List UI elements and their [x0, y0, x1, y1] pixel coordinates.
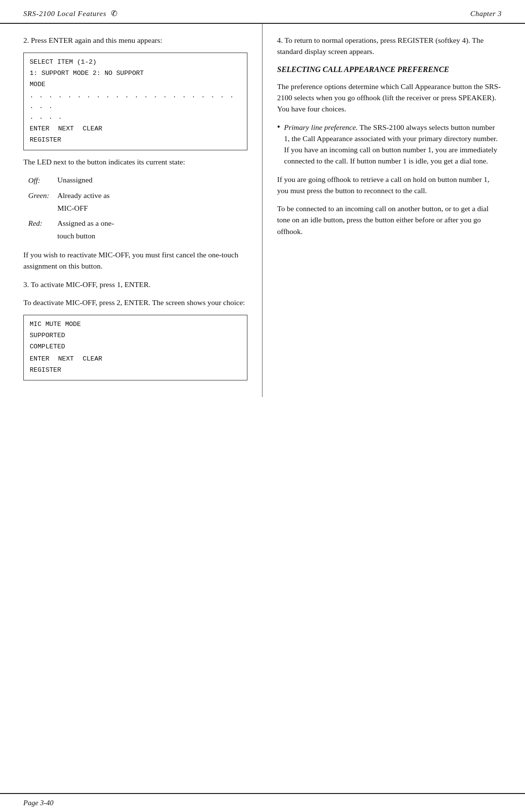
led-row-green: Green: Already active as MIC-OFF	[28, 189, 247, 215]
screen1-next: NEXT	[58, 124, 74, 135]
header-title: SRS-2100 Local Features ✆	[23, 9, 118, 18]
screen2-enter: ENTER	[30, 354, 50, 365]
screen2-line3: COMPLETED	[30, 342, 241, 353]
led-green-line2: MIC-OFF	[57, 202, 110, 215]
right-para3: To be connected to an incoming call on a…	[277, 203, 502, 237]
led-value-red: Assigned as a one- touch button	[57, 217, 114, 243]
intro-text: The preference options determine which C…	[277, 81, 502, 115]
right-para2: If you are going offhook to retrieve a c…	[277, 174, 502, 197]
bullet-text-1: Primary line preference. The SRS-2100 al…	[284, 122, 502, 167]
page-footer: Page 3-40	[0, 793, 525, 812]
screen1-enter: ENTER	[30, 124, 50, 135]
screen2-next: NEXT	[58, 354, 74, 365]
screen1-dots1: . . . . . . . . . . . . . . . . . . . . …	[30, 90, 241, 112]
bullet-item-primary: • Primary line preference. The SRS-2100 …	[277, 122, 502, 167]
led-table: Off: Unassigned Green: Already active as…	[28, 174, 247, 242]
screen1-line3: MODE	[30, 79, 241, 90]
step2-text: 2. Press ENTER again and this menu appea…	[23, 35, 247, 46]
phone-icon: ✆	[108, 9, 118, 18]
led-red-line2: touch button	[57, 230, 114, 242]
header-chapter: Chapter 3	[471, 10, 502, 18]
reactivate-text: If you wish to reactivate MIC-OFF, you m…	[23, 249, 247, 272]
main-content: 2. Press ENTER again and this menu appea…	[0, 24, 525, 426]
screen-box-2: MIC MUTE MODE SUPPORTED COMPLETED ENTER …	[23, 315, 247, 380]
led-value-green: Already active as MIC-OFF	[57, 189, 110, 215]
screen-box-1: SELECT ITEM (1-2) 1: SUPPORT MODE 2: NO …	[23, 53, 247, 150]
step3-text: 3. To activate MIC-OFF, press 1, ENTER.	[23, 279, 247, 290]
section-heading: SELECTING CALL APPEARANCE PREFERENCE	[277, 64, 502, 75]
deactivate-text: To deactivate MIC-OFF, press 2, ENTER. T…	[23, 297, 247, 308]
led-green-line1: Already active as	[57, 189, 110, 202]
screen2-register: REGISTER	[30, 365, 241, 376]
screen2-softkeys: ENTER NEXT CLEAR	[30, 354, 241, 365]
screen2-line1: MIC MUTE MODE	[30, 319, 241, 330]
screen2-line2: SUPPORTED	[30, 330, 241, 342]
led-intro: The LED next to the button indicates its…	[23, 156, 247, 167]
led-row-off: Off: Unassigned	[28, 174, 247, 187]
led-value-off: Unassigned	[57, 174, 92, 187]
screen1-line1: SELECT ITEM (1-2)	[30, 57, 241, 68]
screen1-register: REGISTER	[30, 135, 241, 146]
led-label-red: Red:	[28, 217, 57, 243]
page-number: Page 3-40	[23, 799, 53, 807]
screen2-clear: CLEAR	[83, 354, 103, 365]
bullet-list: • Primary line preference. The SRS-2100 …	[277, 122, 502, 167]
bullet-label-1: Primary line preference.	[284, 123, 358, 131]
screen1-line2: 1: SUPPORT MODE 2: NO SUPPORT	[30, 68, 241, 79]
led-red-line1: Assigned as a one-	[57, 217, 114, 230]
led-row-red: Red: Assigned as a one- touch button	[28, 217, 247, 243]
bullet-dot-1: •	[277, 122, 280, 167]
right-column: 4. To return to normal operations, press…	[262, 24, 525, 397]
step4-text: 4. To return to normal operations, press…	[277, 35, 502, 57]
left-column: 2. Press ENTER again and this menu appea…	[0, 24, 262, 397]
screen1-softkeys: ENTER NEXT CLEAR	[30, 124, 241, 135]
screen1-dots2: . . . .	[30, 112, 241, 123]
page-header: SRS-2100 Local Features ✆ Chapter 3	[0, 0, 525, 24]
led-label-green: Green:	[28, 189, 57, 215]
led-label-off: Off:	[28, 174, 57, 187]
screen1-clear: CLEAR	[83, 124, 103, 135]
